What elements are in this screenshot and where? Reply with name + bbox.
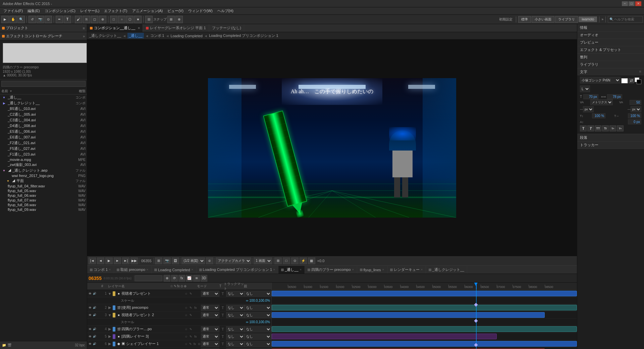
layer-fx-2[interactable]: fx (194, 306, 198, 309)
layer-mode-select-5[interactable]: 通常 (201, 334, 219, 340)
library-section-header[interactable]: ライブラリ (577, 61, 644, 68)
snap-button[interactable]: ⊟ (145, 16, 153, 23)
tl-tab-close-1[interactable]: ✕ (146, 268, 149, 271)
menu-file[interactable]: ファイル(F) (1, 8, 25, 14)
maximize-button[interactable]: □ (629, 1, 635, 6)
layer-audio-4[interactable]: 🔊 (93, 327, 97, 331)
layer-pen-1[interactable]: ✎ (189, 292, 193, 295)
clone-tool[interactable]: ⎘ (83, 16, 90, 23)
project-item-17[interactable]: flyup_full_05.wav WAV (0, 188, 87, 193)
track-bar-1[interactable] (272, 291, 577, 296)
style-all-caps[interactable]: TT (595, 125, 601, 131)
style-faux-bold[interactable]: T (580, 125, 587, 131)
layer-solo-2[interactable]: ☆ (184, 306, 188, 309)
bread-item-5[interactable]: Loading Completed プリコンポジション 1 (209, 33, 278, 38)
viewer-to-end[interactable]: ►| (122, 257, 129, 264)
workspace-custom[interactable]: iwamoto (579, 16, 597, 22)
tl-tab-close-5[interactable]: ✕ (352, 268, 354, 271)
tracking-input[interactable] (607, 94, 622, 99)
tab-footage[interactable]: フッテージ (なし) (209, 24, 244, 32)
timeline-tab-4[interactable]: _通し__ ✕ (278, 266, 305, 274)
layer-solo-6[interactable]: ☆ (184, 342, 188, 346)
project-item-14[interactable]: wwi frenz_2017_logo.png PNG (0, 173, 87, 178)
tl-tab-close-2[interactable]: ✕ (191, 268, 194, 271)
camera-tool[interactable]: 📷 (37, 16, 44, 23)
project-item-11[interactable]: _movie-a.mpg MPE (0, 157, 87, 162)
layer-parent-select-1[interactable]: なし (245, 291, 271, 297)
font-family-select[interactable]: 小塚ゴシック Pr6N (580, 77, 621, 83)
viewer-preview-btn[interactable]: ⊞ (155, 257, 162, 264)
layer-eye-4[interactable]: 👁 (88, 327, 92, 331)
effect-menu-btn[interactable]: » (83, 34, 85, 38)
project-item-10[interactable]: _F1通し_023.avi AVI (0, 152, 87, 157)
workspace-small[interactable]: 小さい画面 (532, 16, 554, 23)
layer-solo-4[interactable]: ☆ (184, 328, 188, 331)
layer-fx-5[interactable]: fx (194, 335, 198, 338)
project-item-19[interactable]: flyup_full_07.wav WAV (0, 198, 87, 202)
viewer-quality-select[interactable]: (1/2 画質) (181, 257, 205, 264)
viewer-to-start[interactable]: |◄ (89, 257, 96, 264)
hand-tool[interactable]: ✋ (9, 16, 17, 23)
workspace-standard[interactable]: 標準 (518, 16, 531, 23)
tl-graph-btn[interactable]: 📈 (186, 275, 193, 282)
layer-expand-3[interactable]: ▼ (107, 313, 112, 317)
menu-animation[interactable]: アニメーション(A) (130, 8, 165, 14)
project-item-7[interactable]: _E6通し_007.avi AVI (0, 134, 87, 140)
tl-tab-close-0[interactable]: ✕ (109, 268, 111, 271)
project-search-input[interactable] (1, 81, 86, 87)
project-item-0[interactable]: ▼ _通し__ コンポ (0, 95, 87, 100)
viewer-transparency-grid[interactable]: ▦ (308, 257, 315, 264)
layer-mode-select-6[interactable]: 通常 (201, 341, 219, 347)
menu-composition[interactable]: コンポジション(C) (43, 8, 77, 14)
tl-tab-close-4[interactable]: ✕ (300, 268, 302, 271)
shape-ellipse-tool[interactable]: ○ (118, 16, 125, 23)
timeline-tab-7[interactable]: レンダーキュー ✕ (387, 266, 426, 274)
style-superscript[interactable]: Ts (609, 125, 616, 131)
track-bar-3[interactable] (272, 312, 545, 318)
orbit-tool[interactable]: ⊙ (45, 16, 52, 23)
project-item-20[interactable]: flyup_full_08.wav WAV (0, 202, 87, 207)
text-section-menu[interactable]: ≡ (639, 69, 641, 74)
layer-shape-ico[interactable]: ⊙ (197, 342, 201, 346)
select-tool[interactable]: ▶ (1, 16, 9, 23)
project-item-21[interactable]: flyup_full_09.wav WAV (0, 207, 87, 212)
layer-expand-4[interactable]: ▶ (107, 327, 112, 331)
layer-solo-1[interactable]: ☆ (184, 292, 188, 295)
tab-layer-control[interactable]: レイヤーグレー系オレンジ 平面 1 (143, 24, 209, 32)
layer-pen-5[interactable]: ✎ (189, 335, 193, 338)
menu-window[interactable]: ウィンドウ(W) (186, 8, 215, 14)
viewer-toggle-alpha[interactable]: α (206, 257, 213, 264)
project-item-4[interactable]: _C3通し_004.avi AVI (0, 117, 87, 123)
layer-mode-select-3[interactable]: 通常 (201, 312, 219, 318)
layer-pen-6[interactable]: ✎ (189, 342, 192, 346)
text-section-header[interactable]: 文字 ≡ (577, 68, 644, 75)
viewer-fast-preview[interactable]: ⚡ (300, 257, 307, 264)
preview-section-header[interactable]: プレビュー (577, 39, 644, 46)
bread-item-1[interactable]: _通しクレジット__ (89, 33, 121, 38)
font-style-select[interactable]: L R B (580, 85, 590, 92)
bread-item-3[interactable]: コンポ 1 (150, 33, 164, 38)
zoom-tool[interactable]: 🔍 (17, 16, 25, 23)
viewer-step-fwd[interactable]: ► (114, 257, 121, 264)
layer-audio-3[interactable]: 🔊 (93, 313, 97, 317)
viewer-safe-zone[interactable]: □ (283, 257, 290, 264)
project-item-5[interactable]: _D4通し_008.avi AVI (0, 123, 87, 129)
layer-parent-select-6[interactable]: なし (245, 341, 271, 347)
tl-tab-close-7[interactable]: ✕ (421, 268, 423, 271)
tl-3d-btn[interactable]: 3D (201, 275, 207, 282)
tl-render-queue-btn[interactable]: ⟳ (171, 275, 178, 282)
project-item-6[interactable]: _E5通し_006.avi AVI (0, 129, 87, 134)
menu-help[interactable]: ヘルプ(H) (215, 8, 235, 14)
track-bar-5[interactable] (272, 334, 497, 339)
layer-fx-6[interactable]: fx (193, 342, 197, 346)
project-item-12[interactable]: _zwt撮影_003.avi AVI (0, 162, 87, 168)
layer-eye-6[interactable]: 👁 (88, 342, 92, 346)
layer-track-select-2[interactable]: なし (226, 305, 245, 311)
layer-solo-5[interactable]: ☆ (184, 335, 188, 338)
layer-audio-5[interactable]: 🔊 (93, 335, 97, 339)
scale-h-input[interactable] (592, 113, 605, 118)
layer-pen-4[interactable]: ✎ (189, 328, 193, 331)
viewer-grid[interactable]: ⊞ (274, 257, 282, 264)
pen-tool[interactable]: ✒ (56, 16, 63, 23)
layer-expand-6[interactable]: ▶ (107, 342, 112, 346)
